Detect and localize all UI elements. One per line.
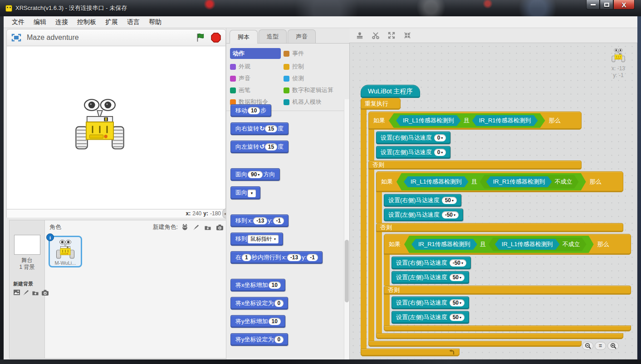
- tab-脚本[interactable]: 脚本: [230, 30, 258, 44]
- category-item[interactable]: 数字和逻辑运算: [284, 86, 347, 94]
- sensor-ir-l1[interactable]: IR_L1传感器检测到: [396, 115, 461, 126]
- stage-canvas[interactable]: [6, 46, 226, 209]
- and-operator[interactable]: IR_L1传感器检测到 且 IR_R1传感器检测到: [389, 113, 545, 128]
- number-input[interactable]: -13: [253, 217, 267, 224]
- image-icon[interactable]: [13, 289, 20, 296]
- palette-block[interactable]: 向右旋转↻15度: [230, 122, 289, 135]
- brush-icon[interactable]: [23, 289, 29, 296]
- script-canvas[interactable]: x: -13 y: -1 WuLiBot 主程序 重复执行 如果 IR_L1传感…: [349, 43, 637, 359]
- if-else-block-3[interactable]: 如果 IR_R1传感器检测到 且 IR_L1传感器检测到 不成立: [384, 234, 631, 331]
- block-text: y:: [267, 217, 273, 224]
- category-item[interactable]: 外观: [230, 63, 284, 71]
- minimize-button[interactable]: [586, 0, 600, 10]
- menu-item[interactable]: 帮助: [144, 17, 166, 28]
- palette-block[interactable]: 向左旋转↺15度: [230, 141, 289, 153]
- upload-icon[interactable]: [204, 224, 211, 231]
- sensor-ir-r1[interactable]: IR_R1传感器检测到: [472, 115, 538, 126]
- category-item[interactable]: 画笔: [230, 86, 284, 94]
- not-operator[interactable]: IR_R1传感器检测到 不成立: [480, 175, 579, 189]
- set-left-motor-block[interactable]: 设置(左侧)马达速度 50▾: [391, 311, 469, 324]
- set-left-motor-block[interactable]: 设置(左侧)马达速度 50▾: [391, 271, 469, 284]
- forever-block[interactable]: 重复执行 如果 IR_L1传感器检测到 且 IR_R1传感器检测到 那么: [361, 98, 631, 356]
- and-operator[interactable]: IR_L1传感器检测到 且 IR_R1传感器检测到 不成立: [396, 173, 586, 190]
- number-input[interactable]: 1: [242, 254, 251, 261]
- set-right-motor-block[interactable]: 设置(右侧)马达速度 50▾: [384, 194, 461, 207]
- if-else-block-1[interactable]: 如果 IR_L1传感器检测到 且 IR_R1传感器检测到 那么: [368, 112, 631, 347]
- camera-icon[interactable]: [216, 224, 224, 231]
- hat-block[interactable]: WuLiBot 主程序: [361, 85, 420, 98]
- grow-icon[interactable]: [387, 31, 396, 39]
- tab-声音[interactable]: 声音: [288, 29, 316, 43]
- palette-block[interactable]: 移到x:-13y:-1: [230, 214, 289, 227]
- palette-scrollbar[interactable]: [344, 99, 349, 359]
- number-input[interactable]: -1: [273, 217, 284, 224]
- category-item[interactable]: 控制: [284, 63, 347, 71]
- zoom-out-button[interactable]: [582, 342, 593, 350]
- dropdown-input[interactable]: 鼠标指针▾: [248, 235, 279, 243]
- if-else-block-2[interactable]: 如果 IR_L1传感器检测到 且 IR_R1传感器检测到 不成立: [376, 171, 631, 339]
- creature-icon[interactable]: [181, 224, 188, 231]
- set-right-motor-block[interactable]: 设置(右侧)马达速度 0▾: [376, 131, 450, 144]
- stamp-icon[interactable]: [356, 31, 364, 39]
- palette-block[interactable]: 将x坐标设定为0: [230, 297, 288, 310]
- number-input[interactable]: 15: [265, 143, 277, 150]
- palette-block[interactable]: 移到鼠标指针▾: [230, 233, 283, 246]
- brush-icon[interactable]: [193, 224, 200, 231]
- stage-thumbnail[interactable]: [14, 235, 40, 255]
- scissors-icon[interactable]: [372, 31, 380, 39]
- maximize-button[interactable]: [600, 0, 613, 10]
- sensor-ir-r1[interactable]: IR_R1传感器检测到: [411, 239, 477, 250]
- not-operator[interactable]: IR_L1传感器检测到 不成立: [489, 238, 587, 251]
- shrink-icon[interactable]: [403, 31, 411, 39]
- number-input[interactable]: 0: [274, 336, 284, 343]
- dropdown-input[interactable]: 90▾: [248, 171, 263, 178]
- category-item[interactable]: 动作: [230, 48, 281, 59]
- close-button[interactable]: X: [613, 0, 635, 10]
- set-left-motor-block[interactable]: 设置(左侧)马达速度 -50▾: [384, 209, 463, 221]
- sprite-thumbnail: [56, 238, 75, 259]
- set-left-motor-block[interactable]: 设置(左侧)马达速度 0▾: [376, 146, 450, 159]
- number-input[interactable]: 15: [265, 125, 277, 132]
- palette-block[interactable]: 在1秒内滑行到x:-13y:-1: [230, 251, 323, 264]
- category-item[interactable]: 声音: [230, 74, 284, 83]
- sensor-ir-l1[interactable]: IR_L1传感器检测到: [404, 176, 469, 187]
- set-right-motor-block[interactable]: 设置(右侧)马达速度 -50▾: [391, 257, 471, 269]
- palette-block[interactable]: 面向90▾方向: [230, 168, 280, 181]
- category-item[interactable]: 侦测: [284, 74, 347, 83]
- menu-item[interactable]: 连接: [51, 17, 73, 28]
- script-stack[interactable]: WuLiBot 主程序 重复执行 如果 IR_L1传感器检测到 且 IR_R1传…: [361, 85, 631, 356]
- number-input[interactable]: -1: [307, 254, 318, 261]
- set-right-motor-block[interactable]: 设置(右侧)马达速度 50▾: [391, 296, 469, 309]
- and-operator[interactable]: IR_R1传感器检测到 且 IR_L1传感器检测到 不成立: [404, 236, 594, 253]
- category-item[interactable]: 事件: [284, 48, 347, 59]
- sensor-ir-l1[interactable]: IR_L1传感器检测到: [495, 239, 560, 250]
- fullscreen-icon[interactable]: [11, 34, 21, 42]
- tab-造型[interactable]: 造型: [259, 29, 287, 43]
- green-flag-icon[interactable]: [196, 33, 206, 43]
- palette-block[interactable]: 面向▾: [230, 186, 260, 199]
- menu-item[interactable]: 语言: [122, 17, 144, 28]
- upload-icon[interactable]: [32, 289, 39, 296]
- menu-item[interactable]: 控制板: [73, 17, 101, 28]
- dropdown-input[interactable]: ▾: [248, 189, 256, 197]
- stop-icon[interactable]: [211, 33, 221, 43]
- robot-sprite[interactable]: [74, 95, 126, 151]
- palette-block[interactable]: 将y坐标增加10: [230, 315, 285, 328]
- sprite-info-badge[interactable]: i: [46, 233, 54, 241]
- palette-block[interactable]: 将x坐标增加10: [230, 279, 285, 291]
- number-input[interactable]: 10: [269, 281, 281, 289]
- sprite-info: x: -13 y: -1: [612, 48, 625, 79]
- menu-item[interactable]: 文件: [7, 17, 29, 28]
- palette-block[interactable]: 移动10步: [230, 104, 271, 117]
- number-input[interactable]: -13: [287, 254, 301, 261]
- number-input[interactable]: 10: [248, 107, 260, 114]
- menu-item[interactable]: 编辑: [29, 17, 51, 28]
- zoom-reset-button[interactable]: =: [595, 342, 606, 350]
- menu-item[interactable]: 扩展: [101, 17, 122, 28]
- zoom-in-button[interactable]: [607, 342, 619, 350]
- sensor-ir-r1[interactable]: IR_R1传感器检测到: [486, 176, 552, 187]
- sprite-tile[interactable]: i M-WuLi...: [49, 236, 82, 267]
- number-input[interactable]: 10: [269, 318, 281, 325]
- number-input[interactable]: 0: [274, 300, 284, 307]
- palette-block[interactable]: 将y坐标设定为0: [230, 333, 288, 346]
